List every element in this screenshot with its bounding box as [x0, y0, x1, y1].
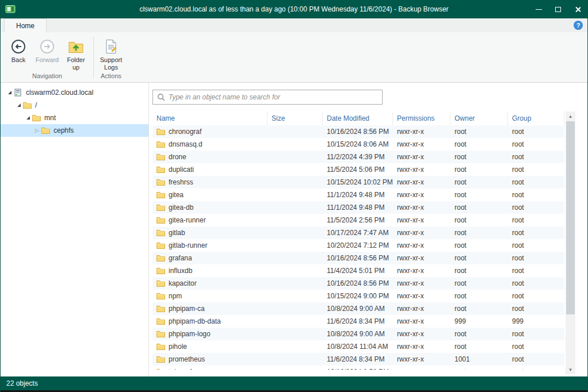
file-owner: root	[450, 328, 508, 340]
table-row[interactable]: gitlab10/17/2024 7:47 AMrwxr-xr-xrootroo…	[152, 226, 564, 239]
column-header-permissions[interactable]: Permissions	[393, 112, 450, 125]
file-size	[268, 328, 323, 340]
file-owner: root	[450, 201, 508, 214]
help-button[interactable]: ?	[574, 21, 583, 30]
maximize-button[interactable]	[548, 0, 568, 18]
search-input[interactable]	[169, 93, 378, 101]
file-size	[268, 189, 323, 201]
close-button[interactable]	[568, 0, 587, 18]
folder-up-button-label: Folder up	[63, 56, 89, 71]
column-header-date-modified[interactable]: Date Modified	[323, 112, 393, 125]
file-name-label: pihole	[169, 343, 187, 351]
file-name-label: grafana	[169, 254, 192, 262]
file-permissions: rwxr-xr-x	[393, 125, 450, 138]
table-row[interactable]: duplicati11/5/2024 5:06 PMrwxr-xr-xrootr…	[152, 163, 564, 176]
table-row[interactable]: chronograf10/16/2024 8:56 PMrwxr-xr-xroo…	[152, 125, 564, 138]
back-button[interactable]: Back	[4, 36, 33, 70]
table-row[interactable]: gitea-runner11/5/2024 2:56 PMrwxr-xr-xro…	[152, 214, 564, 226]
table-row[interactable]: prometheus11/6/2024 8:34 PMrwxr-xr-x1001…	[152, 353, 564, 366]
ribbon-tab-row: Home ?	[1, 18, 587, 32]
tree-item-root[interactable]: /	[1, 99, 148, 112]
tree-item-clswarm02-cloud-local[interactable]: clswarm02.cloud.local	[1, 86, 148, 99]
table-row[interactable]: influxdb11/4/2024 5:01 PMrwxr-xr-xrootro…	[152, 264, 564, 277]
file-owner: root	[450, 176, 508, 189]
collapse-arrow-icon[interactable]	[5, 91, 14, 94]
collapse-arrow-icon[interactable]	[14, 103, 23, 107]
table-row[interactable]: gitlab-runner10/20/2024 7:12 PMrwxr-xr-x…	[152, 239, 564, 252]
table-row[interactable]: phpipam-ca10/8/2024 9:00 AMrwxr-xr-xroot…	[152, 302, 564, 315]
ribbon-group-label-actions: Actions	[97, 71, 125, 82]
table-row[interactable]: npm10/15/2024 9:00 PMrwxr-xr-xrootroot	[152, 290, 564, 302]
file-owner: 1001	[450, 353, 508, 366]
folder-icon	[156, 255, 165, 262]
file-size	[268, 138, 323, 151]
table-row[interactable]: phpipam-logo10/8/2024 9:00 AMrwxr-xr-xro…	[152, 328, 564, 340]
window-title: clswarm02.cloud.local as of less than a …	[1, 5, 587, 13]
file-name: npm	[152, 290, 268, 302]
ribbon-group-label-navigation: Navigation	[4, 71, 90, 82]
table-row[interactable]: dnsmasq.d10/15/2024 8:06 AMrwxr-xr-xroot…	[152, 138, 564, 151]
column-header-size[interactable]: Size	[268, 112, 323, 125]
expand-arrow-icon[interactable]: ▷	[33, 128, 41, 133]
table-row[interactable]: phpipam-db-data11/6/2024 8:34 PMrwxr-xr-…	[152, 315, 564, 328]
server-icon	[14, 89, 25, 97]
table-row[interactable]: kapacitor10/16/2024 8:56 PMrwxr-xr-xroot…	[152, 277, 564, 290]
file-permissions: rwxr-xr-x	[393, 201, 450, 214]
file-size	[268, 201, 323, 214]
column-header-owner[interactable]: Owner	[450, 112, 508, 125]
file-name-label: npm	[169, 292, 182, 300]
file-date-modified: 10/20/2024 7:12 PM	[323, 239, 393, 252]
column-header-group[interactable]: Group	[508, 112, 564, 125]
scroll-up-icon[interactable]: ▲	[566, 112, 575, 121]
table-row[interactable]: telegraf10/16/2024 8:56 PMrwxr-xr-xrootr…	[152, 366, 564, 370]
tree-item-mnt[interactable]: mnt	[1, 112, 148, 124]
file-name-label: gitea-runner	[169, 216, 206, 224]
collapse-arrow-icon[interactable]	[24, 116, 32, 120]
file-group: root	[508, 189, 564, 201]
table-row[interactable]: gitea-db11/1/2024 9:48 PMrwxr-xr-xrootro…	[152, 201, 564, 214]
folder-icon	[156, 343, 165, 350]
file-group: root	[508, 353, 564, 366]
file-permissions: rwxr-xr-x	[393, 189, 450, 201]
minimize-button[interactable]	[529, 0, 548, 18]
table-row[interactable]: gitea11/1/2024 9:48 PMrwxr-xr-xrootroot	[152, 189, 564, 201]
support-logs-button[interactable]: Support Logs	[97, 36, 125, 71]
file-owner: root	[450, 189, 508, 201]
file-name: gitea-runner	[152, 214, 268, 226]
folder-up-button[interactable]: Folder up	[62, 36, 90, 71]
table-row[interactable]: drone11/2/2024 4:39 PMrwxr-xr-xrootroot	[152, 151, 564, 163]
file-permissions: rwxr-xr-x	[393, 163, 450, 176]
table-row[interactable]: pihole10/8/2024 11:04 AMrwxr-xr-xrootroo…	[152, 340, 564, 353]
file-name: grafana	[152, 252, 268, 264]
scrollbar-track[interactable]	[566, 121, 575, 365]
backup-browser-window: clswarm02.cloud.local as of less than a …	[0, 0, 588, 392]
forward-button[interactable]: Forward	[33, 36, 62, 70]
file-size	[268, 163, 323, 176]
file-permissions: rwxr-xr-x	[393, 290, 450, 302]
file-name: pihole	[152, 340, 268, 353]
scrollbar-thumb[interactable]	[566, 121, 575, 314]
file-date-modified: 10/16/2024 8:56 PM	[323, 252, 393, 264]
file-date-modified: 10/8/2024 9:00 AM	[323, 328, 393, 340]
window-controls	[529, 0, 587, 18]
file-name-label: chronograf	[169, 128, 201, 136]
table-row[interactable]: grafana10/16/2024 8:56 PMrwxr-xr-xrootro…	[152, 252, 564, 264]
file-permissions: rwxr-xr-x	[393, 366, 450, 370]
file-date-modified: 10/15/2024 10:02 PM	[323, 176, 393, 189]
tree-item-cephfs[interactable]: ▷cephfs	[1, 124, 148, 137]
file-size	[268, 214, 323, 226]
file-group: root	[508, 239, 564, 252]
file-name-label: gitea-db	[169, 203, 193, 212]
file-size	[268, 366, 323, 370]
file-date-modified: 11/1/2024 9:48 PM	[323, 201, 393, 214]
table-row[interactable]: freshrss10/15/2024 10:02 PMrwxr-xr-xroot…	[152, 176, 564, 189]
file-date-modified: 11/6/2024 8:34 PM	[323, 353, 393, 366]
vertical-scrollbar[interactable]: ▲ ▼	[566, 112, 575, 374]
file-group: root	[508, 214, 564, 226]
tab-home[interactable]: Home	[4, 18, 47, 32]
scroll-down-icon[interactable]: ▼	[566, 365, 575, 374]
search-box[interactable]	[152, 90, 383, 105]
search-icon	[157, 93, 165, 101]
column-header-name[interactable]: Name	[152, 112, 268, 125]
file-permissions: rwxr-xr-x	[393, 252, 450, 264]
